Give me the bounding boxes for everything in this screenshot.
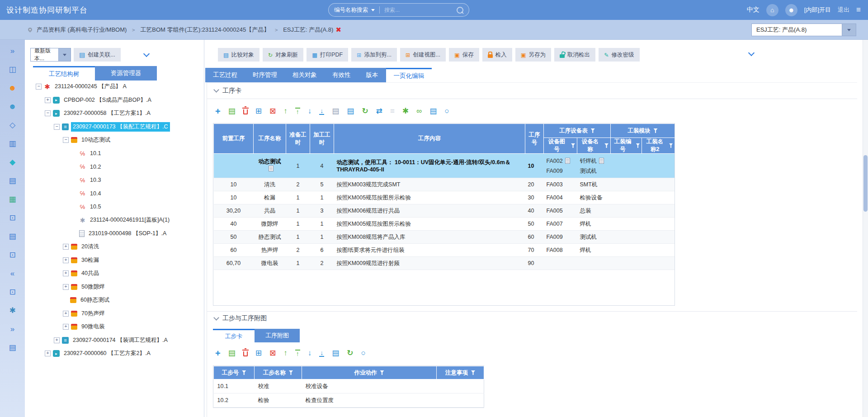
create-link-button[interactable]: ▤ 创建关联... xyxy=(74,48,121,62)
tree-node-label[interactable]: 230927-0000060 【工艺方案2】.A xyxy=(62,349,152,358)
note-icon[interactable] xyxy=(269,166,274,171)
process-row[interactable]: 动态测试 1 4 动态测试，使用工具： 10-0011：UV固化单元-通用-流转… xyxy=(214,154,675,178)
package-icon[interactable]: ▥ xyxy=(0,134,25,153)
cube-3d-icon[interactable]: ◆ xyxy=(0,153,25,171)
tree-node[interactable]: +▸CPBOP-002 【S成品产品BOP】.A xyxy=(25,94,203,107)
column-header[interactable]: 加工工时 xyxy=(310,124,334,154)
tree-node-label[interactable]: 50微隙焊 xyxy=(80,282,106,292)
filter-icon[interactable] xyxy=(636,143,640,148)
filter-icon[interactable] xyxy=(571,143,575,148)
step-section-header[interactable]: 工步与工序附图 xyxy=(207,311,857,325)
expand-toggle[interactable]: + xyxy=(63,270,69,276)
doc-view-button[interactable]: ▤ xyxy=(347,107,354,115)
tree-node[interactable]: 231019-0000498 【SOP-1】.A xyxy=(25,227,203,241)
breadcrumb-item[interactable]: 产品资料库 (高科电子行业/MBOM) xyxy=(37,26,127,33)
preview-button[interactable]: ▤ xyxy=(332,107,339,115)
collapse-toggle[interactable]: − xyxy=(54,124,60,130)
delete-button[interactable] xyxy=(243,108,248,114)
collapse-chevron-icon[interactable] xyxy=(213,315,219,321)
menu-icon[interactable]: ≡ xyxy=(856,5,861,14)
filter-icon[interactable] xyxy=(380,370,384,375)
tree-node-label[interactable]: 60静态测试 xyxy=(79,295,111,305)
tree-node[interactable]: −10动态测试 xyxy=(25,133,203,147)
remove-button[interactable]: ⊠ xyxy=(269,107,276,115)
expand-toggle[interactable]: + xyxy=(45,97,51,103)
move-down-button[interactable]: ↓ xyxy=(308,107,312,115)
column-group-header[interactable]: 工序设备表 xyxy=(544,124,611,138)
column-header[interactable]: 设备名称 xyxy=(577,138,611,154)
remove-button[interactable]: ⊠ xyxy=(269,349,276,357)
toolbar-button-save[interactable]: ▣保存 xyxy=(449,48,479,62)
chevrons-right-2-icon[interactable]: » xyxy=(0,320,25,338)
logout-button[interactable]: 退出 xyxy=(838,6,849,14)
tree-node-label[interactable]: CPBOP-002 【S成品产品BOP】.A xyxy=(62,95,153,105)
column-header[interactable]: 工装编号 xyxy=(611,138,642,154)
toolbar-button-clipboard[interactable]: ⊞添加到剪... xyxy=(351,48,397,62)
column-header[interactable]: 设备图号 xyxy=(544,138,577,154)
expand-toggle[interactable]: + xyxy=(54,337,60,343)
insert-button[interactable]: ⊞ xyxy=(255,107,262,115)
toolbar-button-checkin[interactable]: 检入 xyxy=(482,48,512,62)
note-icon[interactable] xyxy=(565,158,570,164)
move-up-button[interactable]: ↑ xyxy=(283,349,288,357)
import-button[interactable]: ▤ xyxy=(228,349,236,357)
tree-node-label[interactable]: 10.1 xyxy=(88,149,103,157)
expand-toggle[interactable]: + xyxy=(63,284,69,290)
chevron-down-icon[interactable] xyxy=(748,50,755,56)
main-tab[interactable]: 有效性 xyxy=(325,68,359,82)
main-tab[interactable]: 工艺过程 xyxy=(205,68,245,82)
filter-icon[interactable] xyxy=(654,128,658,133)
tree-node-label[interactable]: 10.5 xyxy=(88,203,103,211)
toolbar-button-refresh[interactable]: ↻对象刷新 xyxy=(263,48,303,62)
column-header[interactable]: 作业动作 xyxy=(302,366,437,379)
tree-node[interactable]: ℅10.1 xyxy=(25,147,203,161)
chevron-down-icon[interactable] xyxy=(58,48,71,61)
collapse-toggle[interactable]: − xyxy=(63,137,69,143)
column-header[interactable]: 工步名称 xyxy=(255,366,302,379)
filter-icon[interactable] xyxy=(242,370,246,375)
column-group-header[interactable]: 工装模块 xyxy=(611,124,675,138)
step-tab[interactable]: 工序附图 xyxy=(255,329,300,342)
user-avatar-icon[interactable]: ☻ xyxy=(785,4,797,16)
monitor-2-icon[interactable]: ⊡ xyxy=(0,246,25,264)
note-icon[interactable] xyxy=(599,158,604,164)
chevron-down-icon[interactable] xyxy=(371,9,375,11)
main-tab[interactable]: 相关对象 xyxy=(285,68,325,82)
filter-icon[interactable] xyxy=(289,370,293,375)
move-top-button[interactable]: ↑ xyxy=(295,108,300,115)
box-icon[interactable]: ◫ xyxy=(0,60,25,79)
main-tab[interactable]: 时序管理 xyxy=(245,68,285,82)
add-button[interactable]: + xyxy=(215,349,221,358)
column-header[interactable]: 工序内容 xyxy=(334,124,525,154)
chevrons-right-icon[interactable]: » xyxy=(0,42,25,60)
version-dropdown[interactable]: 最新版本... xyxy=(30,48,71,62)
column-header[interactable]: 前置工序 xyxy=(214,124,254,154)
tree-node-label[interactable]: 10.3 xyxy=(88,176,103,184)
chevron-down-icon[interactable] xyxy=(842,24,856,36)
tree-tab-inactive[interactable]: 资源管理器 xyxy=(95,66,157,81)
tree-node[interactable]: ℅10.3 xyxy=(25,174,203,187)
tree-node-label[interactable]: 230927-0000058 【工艺方案1】.A xyxy=(62,109,152,118)
tree-node-label[interactable]: 30检漏 xyxy=(80,256,101,265)
add-button[interactable]: + xyxy=(215,107,221,116)
tree-node-label[interactable]: 10动态测试 xyxy=(80,135,112,145)
search-icon[interactable] xyxy=(457,7,463,14)
tree-node[interactable]: −▸230927-0000058 【工艺方案1】.A xyxy=(25,107,203,120)
tree-node[interactable]: ℅10.4 xyxy=(25,187,203,200)
doc-view-button[interactable]: ▤ xyxy=(332,349,339,357)
search-input[interactable]: 搜索... xyxy=(384,6,457,14)
language-switch[interactable]: 中文 xyxy=(747,6,760,14)
user-icon[interactable]: ☻ xyxy=(0,97,25,116)
step-tab[interactable]: 工步卡 xyxy=(213,329,255,342)
process-row[interactable]: 10 检漏 1 1 按照KM005规范按图所示检验 30 FA004 检验设备 xyxy=(214,191,675,204)
tree-node-label[interactable]: 40共晶 xyxy=(80,269,101,278)
expand-toggle[interactable]: + xyxy=(63,324,69,330)
tree-node-label[interactable]: 230927-0000173 【装配工艺规程】.C xyxy=(71,122,170,132)
delete-button[interactable] xyxy=(243,350,248,356)
expand-toggle[interactable]: + xyxy=(45,351,51,356)
object-version-selector[interactable]: ESJ工艺: 产品(A.8) xyxy=(751,24,856,36)
tree-node[interactable]: −✱231124-0000245 【产品】 A xyxy=(25,80,203,94)
tree-node[interactable]: ℅10.2 xyxy=(25,160,203,174)
filter-icon[interactable] xyxy=(591,128,595,133)
file-icon[interactable]: ▤ xyxy=(0,338,25,357)
